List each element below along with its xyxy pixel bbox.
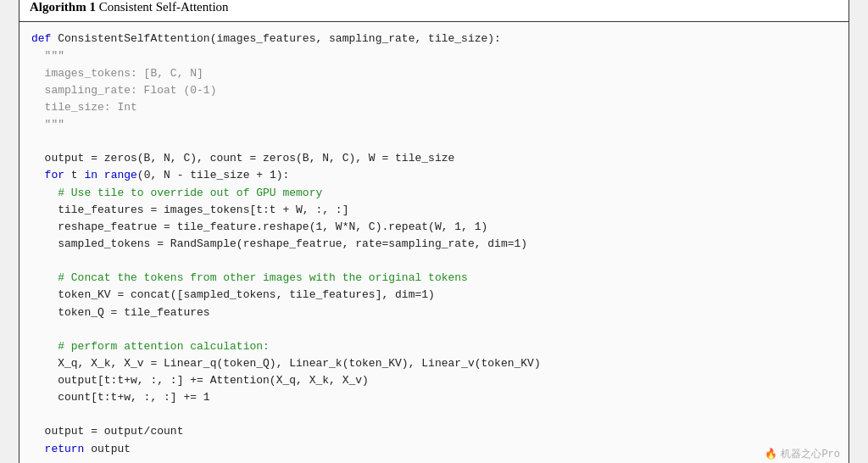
- code-line: images_tokens: [B, C, N]: [31, 65, 837, 82]
- algorithm-box: Algorithm 1 Consistent Self-Attention de…: [19, 0, 849, 463]
- code-line: tile_features = images_tokens[t:t + W, :…: [31, 202, 837, 219]
- watermark-icon: 🔥: [765, 447, 777, 463]
- code-line: token_KV = concat([sampled_tokens, tile_…: [31, 287, 837, 304]
- code-line: output = output/count: [31, 423, 837, 440]
- code-line: return output: [31, 441, 837, 458]
- code-line: """: [31, 116, 837, 133]
- algorithm-header: Algorithm 1 Consistent Self-Attention: [19, 0, 849, 22]
- code-line: tile_size: Int: [31, 99, 837, 116]
- code-line: [31, 321, 837, 338]
- code-line: def ConsistentSelfAttention(images_featu…: [31, 31, 837, 47]
- algorithm-body: def ConsistentSelfAttention(images_featu…: [19, 22, 849, 463]
- code-line: # Concat the tokens from other images wi…: [31, 270, 837, 287]
- algorithm-label: Algorithm 1: [30, 0, 96, 14]
- code-container: def ConsistentSelfAttention(images_featu…: [31, 31, 837, 458]
- code-line: # perform attention calculation:: [31, 338, 837, 355]
- code-line: for t in range(0, N - tile_size + 1):: [31, 167, 837, 184]
- code-line: token_Q = tile_features: [31, 304, 837, 321]
- code-line: reshape_featrue = tile_feature.reshape(1…: [31, 219, 837, 236]
- algorithm-title: Consistent Self-Attention: [99, 0, 229, 14]
- code-line: output = zeros(B, N, C), count = zeros(B…: [31, 150, 837, 167]
- watermark-text: 机器之心Pro: [781, 447, 840, 463]
- code-line: [31, 133, 837, 150]
- code-line: sampled_tokens = RandSample(reshape_feat…: [31, 236, 837, 253]
- code-line: count[t:t+w, :, :] += 1: [31, 389, 837, 406]
- code-line: output[t:t+w, :, :] += Attention(X_q, X_…: [31, 372, 837, 389]
- code-line: sampling_rate: Float (0-1): [31, 82, 837, 99]
- code-line: """: [31, 47, 837, 64]
- code-line: [31, 253, 837, 270]
- code-line: X_q, X_k, X_v = Linear_q(token_Q), Linea…: [31, 355, 837, 372]
- code-line: # Use tile to override out of GPU memory: [31, 185, 837, 202]
- code-line: [31, 406, 837, 423]
- watermark: 🔥 机器之心Pro: [765, 447, 840, 463]
